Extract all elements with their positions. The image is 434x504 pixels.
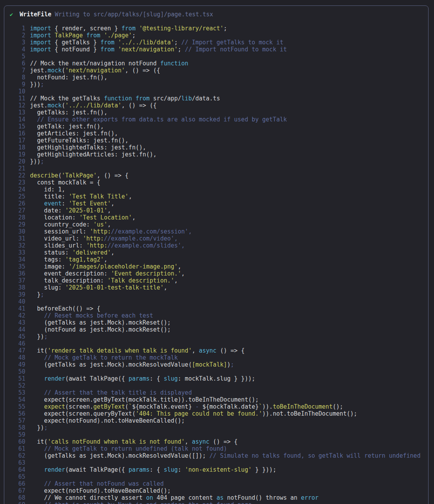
code-text: // Mock getTalk to return the mockTalk bbox=[25, 354, 178, 361]
tool-description: Writing to src/app/talks/[slug]/page.tes… bbox=[55, 11, 213, 18]
code-text: })); bbox=[25, 81, 44, 88]
code-text: jest.mock('../../lib/data', () => ({ bbox=[25, 102, 157, 109]
code-line: 10 bbox=[4, 88, 428, 95]
code-text: getTalk: jest.fn(), bbox=[25, 123, 104, 130]
line-number: 39 bbox=[4, 291, 25, 298]
code-text: })); bbox=[25, 158, 44, 165]
code-text bbox=[25, 88, 30, 95]
code-text: id: 1, bbox=[25, 186, 65, 193]
line-number: 35 bbox=[4, 263, 25, 270]
line-number: 46 bbox=[4, 340, 25, 347]
code-line: 38 slug: '2025-01-01-test-talk-title', bbox=[4, 284, 428, 291]
line-number: 9 bbox=[4, 81, 25, 88]
code-text bbox=[25, 368, 30, 375]
code-line: 19 getHighlightedArticles: jest.fn(), bbox=[4, 151, 428, 158]
code-text bbox=[25, 53, 30, 60]
code-text bbox=[25, 473, 30, 480]
code-area: 1import { render, screen } from '@testin… bbox=[4, 25, 428, 504]
code-line: 27 date: '2025-01-01', bbox=[4, 207, 428, 214]
line-number: 55 bbox=[4, 403, 25, 410]
code-text: slug: '2025-01-01-test-talk-title', bbox=[25, 284, 167, 291]
code-line: 34 tags: 'tag1,tag2', bbox=[4, 256, 428, 263]
line-number: 53 bbox=[4, 389, 25, 396]
code-line: 44 (notFound as jest.Mock).mockReset(); bbox=[4, 326, 428, 333]
line-number: 47 bbox=[4, 347, 25, 354]
code-line: 69 // that is caught by Next.js and rend… bbox=[4, 501, 428, 504]
line-number: 18 bbox=[4, 144, 25, 151]
code-text: session_url: 'http://example.com/session… bbox=[25, 228, 192, 235]
code-text: getTalks: jest.fn(), bbox=[25, 109, 108, 116]
line-number: 25 bbox=[4, 193, 25, 200]
code-line: 23 const mockTalk = { bbox=[4, 179, 428, 186]
code-line: 13 getTalks: jest.fn(), bbox=[4, 109, 428, 116]
code-text bbox=[25, 340, 30, 347]
code-line: 65 bbox=[4, 473, 428, 480]
line-number: 54 bbox=[4, 396, 25, 403]
code-text: (notFound as jest.Mock).mockReset(); bbox=[25, 326, 171, 333]
code-text: getHighlightedArticles: jest.fn(), bbox=[25, 151, 157, 158]
code-line: 36 event_description: 'Event description… bbox=[4, 270, 428, 277]
code-text: (getTalks as jest.Mock).mockResolvedValu… bbox=[25, 361, 234, 368]
code-line: 66 // Assert that notFound was called bbox=[4, 480, 428, 487]
code-text: jest.mock('next/navigation', () => ({ bbox=[25, 67, 160, 74]
code-line: 33 status: 'delivered', bbox=[4, 249, 428, 256]
code-text: country_code: 'us', bbox=[25, 221, 111, 228]
line-number: 8 bbox=[4, 74, 25, 81]
line-number: 33 bbox=[4, 249, 25, 256]
code-text: expect(screen.getByText(`${mockTalk.even… bbox=[25, 403, 343, 410]
code-line: 56 expect(screen.queryByText('404: This … bbox=[4, 410, 428, 417]
code-text: // Mock the next/navigation notFound fun… bbox=[25, 60, 188, 67]
line-number: 13 bbox=[4, 109, 25, 116]
code-text: // that is caught by Next.js and renders… bbox=[25, 501, 252, 504]
code-line: 26 event: 'Test Event', bbox=[4, 200, 428, 207]
code-line: 31 video_url: 'http://example.com/video'… bbox=[4, 235, 428, 242]
code-line: 68 // We cannot directly assert on 404 p… bbox=[4, 494, 428, 501]
code-line: 14 // Ensure other exports from data.ts … bbox=[4, 116, 428, 123]
writefile-output-panel: ✔ WriteFile Writing to src/app/talks/[sl… bbox=[4, 5, 429, 504]
code-text: event: 'Test Event', bbox=[25, 200, 115, 207]
code-line: 35 image: '/images/placeholder-image.png… bbox=[4, 263, 428, 270]
code-line: 20})); bbox=[4, 158, 428, 165]
code-text bbox=[25, 459, 30, 466]
code-text: getArticles: jest.fn(), bbox=[25, 130, 118, 137]
line-number: 43 bbox=[4, 319, 25, 326]
code-line: 53 // Assert that the talk title is disp… bbox=[4, 389, 428, 396]
line-number: 62 bbox=[4, 452, 25, 459]
code-line: 21 bbox=[4, 165, 428, 172]
code-text: render(await TalkPage({ params: { slug: … bbox=[25, 466, 276, 473]
line-number: 57 bbox=[4, 417, 25, 424]
code-line: 29 country_code: 'us', bbox=[4, 221, 428, 228]
code-line: 16 getArticles: jest.fn(), bbox=[4, 130, 428, 137]
code-text: getHighlightedTalks: jest.fn(), bbox=[25, 144, 146, 151]
code-line: 15 getTalk: jest.fn(), bbox=[4, 123, 428, 130]
code-line: 25 title: 'Test Talk Title', bbox=[4, 193, 428, 200]
code-text: import { getTalks } from '../../lib/data… bbox=[25, 39, 283, 46]
code-line: 3import { getTalks } from '../../lib/dat… bbox=[4, 39, 428, 46]
line-number: 7 bbox=[4, 67, 25, 74]
code-text: }); bbox=[25, 333, 48, 340]
code-line: 45 }); bbox=[4, 333, 428, 340]
code-line: 51 render(await TalkPage({ params: { slu… bbox=[4, 375, 428, 382]
code-text bbox=[25, 431, 30, 438]
code-text: // Assert that notFound was called bbox=[25, 480, 164, 487]
line-number: 48 bbox=[4, 354, 25, 361]
code-text: import { notFound } from 'next/navigatio… bbox=[25, 46, 287, 53]
code-line: 64 render(await TalkPage({ params: { slu… bbox=[4, 466, 428, 473]
code-line: 37 talk_description: 'Talk description.'… bbox=[4, 277, 428, 284]
line-number: 12 bbox=[4, 102, 25, 109]
code-line: 55 expect(screen.getByText(`${mockTalk.e… bbox=[4, 403, 428, 410]
code-line: 52 bbox=[4, 382, 428, 389]
code-text: event_description: 'Event description.', bbox=[25, 270, 185, 277]
code-line: 9})); bbox=[4, 81, 428, 88]
line-number: 41 bbox=[4, 305, 25, 312]
line-number: 37 bbox=[4, 277, 25, 284]
line-number: 59 bbox=[4, 431, 25, 438]
code-text: (getTalks as jest.Mock).mockReset(); bbox=[25, 319, 171, 326]
code-line: 46 bbox=[4, 340, 428, 347]
code-text: status: 'delivered', bbox=[25, 249, 115, 256]
line-number: 4 bbox=[4, 46, 25, 53]
code-text: render(await TalkPage({ params: { slug: … bbox=[25, 375, 255, 382]
code-line: 47 it('renders talk details when talk is… bbox=[4, 347, 428, 354]
code-line: 18 getHighlightedTalks: jest.fn(), bbox=[4, 144, 428, 151]
line-number: 64 bbox=[4, 466, 25, 473]
